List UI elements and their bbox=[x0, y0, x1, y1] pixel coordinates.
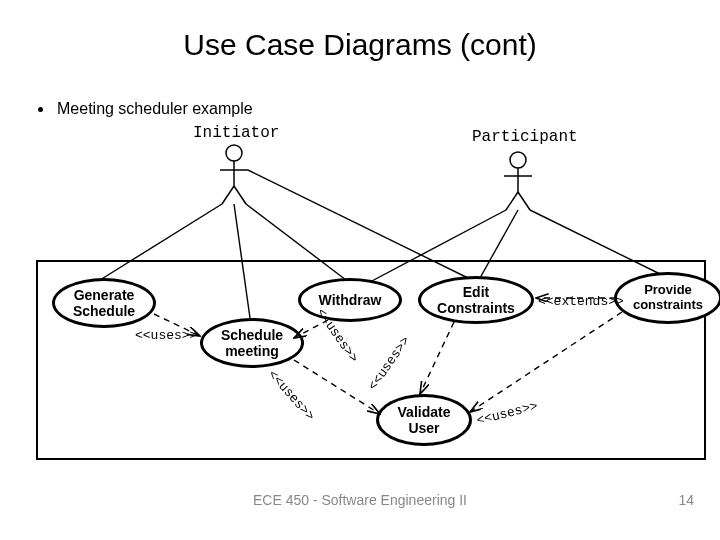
svg-line-4 bbox=[234, 186, 246, 204]
actor-participant bbox=[504, 152, 532, 210]
bullet-line: Meeting scheduler example bbox=[38, 100, 253, 118]
page-number: 14 bbox=[678, 492, 694, 508]
stereo-uses-1: <<uses>> bbox=[135, 328, 197, 343]
svg-point-5 bbox=[510, 152, 526, 168]
bullet-dot bbox=[38, 107, 43, 112]
footer-text: ECE 450 - Software Engineering II bbox=[0, 492, 720, 508]
usecase-provide-constraints: Provideconstraints bbox=[614, 272, 720, 324]
svg-point-0 bbox=[226, 145, 242, 161]
svg-line-3 bbox=[222, 186, 234, 204]
usecase-validate-user: ValidateUser bbox=[376, 394, 472, 446]
actor-label-participant: Participant bbox=[472, 128, 578, 146]
page-title: Use Case Diagrams (cont) bbox=[0, 28, 720, 62]
slide: Use Case Diagrams (cont) Meeting schedul… bbox=[0, 0, 720, 540]
actor-label-initiator: Initiator bbox=[193, 124, 279, 142]
bullet-text: Meeting scheduler example bbox=[57, 100, 253, 117]
svg-line-8 bbox=[506, 192, 518, 210]
usecase-schedule-meeting: Schedulemeeting bbox=[200, 318, 304, 368]
usecase-generate-schedule: GenerateSchedule bbox=[52, 278, 156, 328]
usecase-edit-constraints: EditConstraints bbox=[418, 276, 534, 324]
stereo-extends: <<extends>> bbox=[538, 294, 624, 309]
actor-initiator bbox=[220, 145, 248, 204]
svg-line-9 bbox=[518, 192, 530, 210]
